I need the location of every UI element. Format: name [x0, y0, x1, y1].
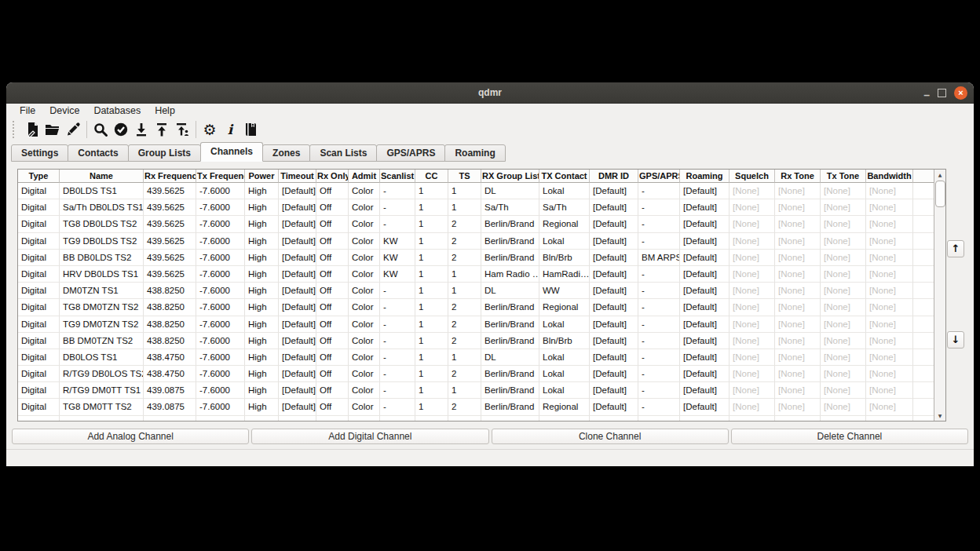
cell[interactable]: Ham Radio …: [481, 266, 539, 283]
cell[interactable]: Color: [349, 366, 380, 382]
cell[interactable]: Regional: [539, 299, 590, 316]
cell[interactable]: Digital: [18, 283, 60, 299]
cell[interactable]: 439.5625: [144, 250, 196, 266]
column-header-tx-contact[interactable]: TX Contact: [539, 170, 590, 183]
table-row[interactable]: DigitalDM0TZN TS1438.8250-7.6000High[Def…: [18, 283, 934, 299]
column-header-squelch[interactable]: Squelch: [730, 170, 775, 183]
cell[interactable]: -: [380, 333, 415, 349]
cell[interactable]: [None]: [866, 250, 913, 266]
minimize-button[interactable]: –: [923, 91, 930, 99]
cell[interactable]: High: [245, 299, 279, 316]
cell[interactable]: [None]: [775, 266, 821, 283]
cell[interactable]: Color: [349, 199, 380, 216]
cell[interactable]: Digital: [18, 199, 60, 216]
cell[interactable]: TG9 DM0TZN TS2: [60, 316, 144, 333]
cell[interactable]: KW: [380, 233, 415, 250]
cell[interactable]: DL: [481, 283, 539, 299]
cell[interactable]: [None]: [866, 399, 913, 415]
cell[interactable]: Off: [316, 250, 349, 266]
cell[interactable]: -7.6000: [196, 316, 245, 333]
cell[interactable]: [None]: [866, 349, 913, 366]
table-row[interactable]: DigitalBB DB0LDS TS2439.5625-7.6000High[…: [18, 250, 934, 266]
cell[interactable]: [None]: [775, 333, 821, 349]
cell[interactable]: [Default]: [279, 399, 316, 415]
cell[interactable]: Berlin/Brand: [481, 299, 539, 316]
cell[interactable]: -: [380, 349, 415, 366]
cell[interactable]: Berlin/Brand: [481, 316, 539, 333]
cell[interactable]: Digital: [18, 382, 60, 399]
cell[interactable]: -: [638, 199, 680, 216]
cell[interactable]: [None]: [821, 366, 866, 382]
cell[interactable]: Digital: [18, 299, 60, 316]
cell[interactable]: Bln/Brb: [539, 250, 590, 266]
cell[interactable]: High: [245, 199, 279, 216]
cell[interactable]: HamRadi…: [539, 266, 590, 283]
verify-button[interactable]: [111, 119, 131, 140]
about-button[interactable]: i: [220, 119, 240, 140]
cell[interactable]: [None]: [775, 382, 821, 399]
cell[interactable]: [None]: [730, 299, 775, 316]
column-header-type[interactable]: Type: [18, 170, 60, 183]
cell[interactable]: [None]: [821, 349, 866, 366]
cell[interactable]: Digital: [18, 399, 60, 415]
cell[interactable]: [None]: [866, 366, 913, 382]
cell[interactable]: DB0LDS TS1: [60, 183, 144, 199]
cell[interactable]: 1: [415, 333, 448, 349]
search-button[interactable]: [90, 119, 111, 140]
cell[interactable]: -7.6000: [196, 233, 245, 250]
cell[interactable]: High: [245, 349, 279, 366]
cell[interactable]: [Default]: [680, 366, 730, 382]
cell[interactable]: Color: [349, 283, 380, 299]
tab-settings[interactable]: Settings: [11, 144, 68, 162]
cell[interactable]: -: [638, 233, 680, 250]
cell[interactable]: 439.5625: [144, 216, 196, 232]
column-header-tx-tone[interactable]: Tx Tone: [821, 170, 866, 183]
cell[interactable]: -7.6000: [196, 283, 245, 299]
close-button[interactable]: ×: [954, 86, 967, 100]
cell[interactable]: [None]: [730, 283, 775, 299]
cell[interactable]: Color: [349, 250, 380, 266]
cell[interactable]: -7.6000: [196, 399, 245, 415]
column-header-timeout[interactable]: Timeout: [279, 170, 316, 183]
cell[interactable]: Color: [349, 316, 380, 333]
cell[interactable]: Off: [316, 349, 349, 366]
cell[interactable]: BB DB0LDS TS2: [60, 250, 144, 266]
cell[interactable]: TG8 DB0LDS TS2: [60, 216, 144, 232]
cell[interactable]: [None]: [730, 183, 775, 199]
cell[interactable]: 439.5625: [144, 183, 196, 199]
cell[interactable]: 1: [415, 283, 448, 299]
cell[interactable]: 1: [415, 382, 448, 399]
cell[interactable]: -: [638, 366, 680, 382]
cell[interactable]: [None]: [730, 399, 775, 415]
cell[interactable]: 439.5625: [144, 266, 196, 283]
cell[interactable]: [Default]: [680, 266, 730, 283]
column-header-power[interactable]: Power: [245, 170, 279, 183]
column-header-tx-frequency[interactable]: Tx Frequency: [196, 170, 245, 183]
menu-databases[interactable]: Databases: [86, 104, 148, 117]
cell[interactable]: [Default]: [680, 283, 730, 299]
cell[interactable]: Digital: [18, 349, 60, 366]
upload-callsign-db-button[interactable]: [172, 119, 192, 140]
cell[interactable]: [None]: [821, 266, 866, 283]
cell[interactable]: 438.4750: [144, 349, 196, 366]
cell[interactable]: R/TG9 DB0LOS TS2: [60, 366, 144, 382]
cell[interactable]: 1: [415, 316, 448, 333]
cell[interactable]: Off: [316, 333, 349, 349]
cell[interactable]: [None]: [775, 349, 821, 366]
cell[interactable]: [Default]: [590, 366, 638, 382]
cell[interactable]: [None]: [775, 199, 821, 216]
cell[interactable]: 1: [448, 183, 481, 199]
cell[interactable]: Color: [349, 349, 380, 366]
cell[interactable]: Lokal: [539, 349, 590, 366]
cell[interactable]: Off: [316, 366, 349, 382]
cell[interactable]: Regional: [539, 399, 590, 415]
menu-file[interactable]: File: [13, 104, 42, 117]
cell[interactable]: DB0LOS TS1: [60, 349, 144, 366]
cell[interactable]: -7.6000: [196, 349, 245, 366]
cell[interactable]: -: [638, 333, 680, 349]
cell[interactable]: Digital: [18, 366, 60, 382]
cell[interactable]: [Default]: [590, 333, 638, 349]
cell[interactable]: -: [380, 299, 415, 316]
upload-button[interactable]: [152, 119, 172, 140]
cell[interactable]: Digital: [18, 250, 60, 266]
